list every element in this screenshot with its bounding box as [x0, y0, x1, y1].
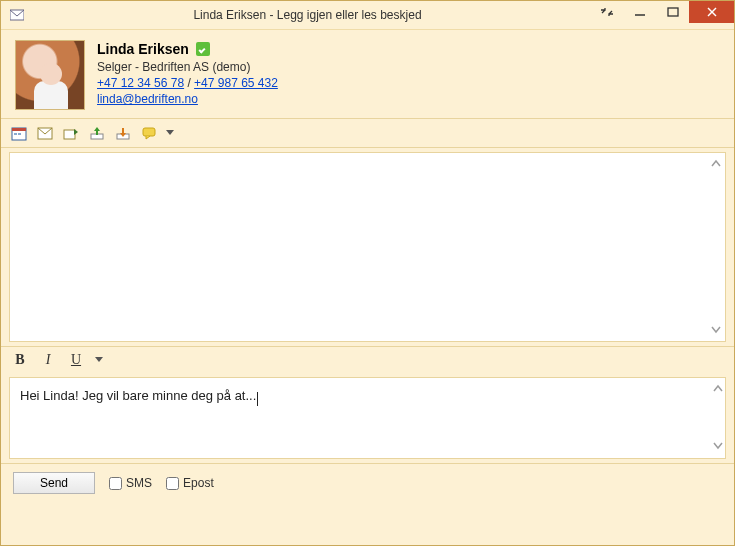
contact-email[interactable]: linda@bedriften.no — [97, 92, 198, 106]
contact-phone-2[interactable]: +47 987 65 432 — [194, 76, 278, 90]
phone-separator: / — [184, 76, 194, 90]
contact-phone-1[interactable]: +47 12 34 56 78 — [97, 76, 184, 90]
titlebar: Linda Eriksen - Legg igjen eller les bes… — [1, 1, 734, 30]
compose-scroll-down-icon[interactable] — [713, 439, 723, 454]
note-mail-icon[interactable] — [35, 123, 55, 143]
bottom-bar: Send SMS Epost — [1, 463, 734, 504]
toolbar-dropdown[interactable] — [165, 123, 175, 143]
epost-label: Epost — [183, 476, 214, 490]
compose-area[interactable]: Hei Linda! Jeg vil bare minne deg på at.… — [9, 377, 726, 459]
close-button[interactable] — [689, 1, 734, 23]
download-icon[interactable] — [113, 123, 133, 143]
contact-details: Linda Eriksen Selger - Bedriften AS (dem… — [97, 40, 278, 110]
upload-icon[interactable] — [87, 123, 107, 143]
svg-rect-10 — [64, 130, 75, 139]
bold-button[interactable]: B — [11, 351, 29, 369]
window-title: Linda Eriksen - Legg igjen eller les bes… — [25, 8, 590, 22]
avatar — [15, 40, 85, 110]
italic-button[interactable]: I — [39, 351, 57, 369]
restore-arrows-icon[interactable] — [590, 1, 623, 23]
app-icon — [9, 7, 25, 23]
send-button[interactable]: Send — [13, 472, 95, 494]
contact-card: Linda Eriksen Selger - Bedriften AS (dem… — [1, 30, 734, 118]
scroll-down-icon[interactable] — [709, 323, 723, 337]
sms-label: SMS — [126, 476, 152, 490]
chat-icon[interactable] — [139, 123, 159, 143]
svg-rect-8 — [18, 133, 21, 135]
contact-subtitle: Selger - Bedriften AS (demo) — [97, 59, 278, 75]
presence-icon — [196, 42, 210, 56]
messages-panel[interactable] — [9, 152, 726, 342]
compose-scroll-up-icon[interactable] — [713, 382, 723, 397]
compose-text: Hei Linda! Jeg vil bare minne deg på at.… — [20, 388, 256, 403]
svg-rect-13 — [143, 128, 155, 136]
sms-checkbox[interactable]: SMS — [109, 476, 152, 490]
sms-checkbox-input[interactable] — [109, 477, 122, 490]
format-dropdown[interactable] — [95, 353, 103, 367]
app-window: Linda Eriksen - Legg igjen eller les bes… — [0, 0, 735, 546]
reply-icon[interactable] — [61, 123, 81, 143]
svg-rect-2 — [668, 8, 678, 16]
message-toolbar — [1, 118, 734, 148]
scroll-up-icon[interactable] — [709, 157, 723, 171]
epost-checkbox-input[interactable] — [166, 477, 179, 490]
calendar-icon[interactable] — [9, 123, 29, 143]
maximize-button[interactable] — [656, 1, 689, 23]
epost-checkbox[interactable]: Epost — [166, 476, 214, 490]
format-toolbar: B I U — [1, 346, 734, 373]
text-caret — [257, 392, 258, 406]
minimize-button[interactable] — [623, 1, 656, 23]
underline-button[interactable]: U — [67, 351, 85, 369]
window-controls — [590, 1, 734, 29]
svg-rect-7 — [14, 133, 17, 135]
svg-rect-6 — [12, 128, 26, 131]
contact-name: Linda Eriksen — [97, 40, 189, 59]
